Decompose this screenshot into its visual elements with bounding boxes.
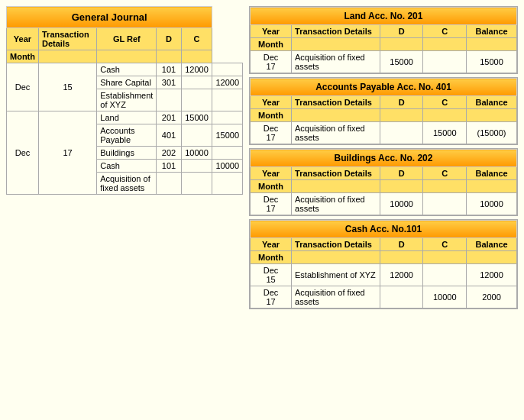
journal-d-3: 15000 <box>181 111 212 124</box>
ledger-3-d-0: 12000 <box>380 264 423 286</box>
ledger-1-col-1: Transaction Details <box>292 96 380 109</box>
ledger-2-details-0: Acquisition of fixed assets <box>292 193 380 215</box>
ledger-2-sub-2 <box>380 180 423 193</box>
ledger-0-col-2: D <box>380 25 423 38</box>
ledger-0-sub-0: Month <box>251 38 292 51</box>
journal-col-gl: GL Ref <box>97 28 157 50</box>
journal-d-1 <box>181 76 212 89</box>
journal-c-3 <box>212 111 243 124</box>
journal-year-dec17: Dec <box>7 111 39 195</box>
ledger-2-col-0: Year <box>251 167 292 180</box>
journal-col-c: C <box>181 28 212 50</box>
ledger-1-col-4: Balance <box>467 96 517 109</box>
journal-month-17: 17 <box>38 111 96 195</box>
journal-title: General Journal <box>7 7 212 28</box>
journal-year-dec15: Dec <box>7 63 39 111</box>
journal-col-year: Year <box>7 28 39 50</box>
ledger-3-ym-1: Dec17 <box>251 286 292 309</box>
journal-c-4: 15000 <box>212 124 243 147</box>
ledger-3: Cash Acc. No.101YearTransaction DetailsD… <box>249 219 518 309</box>
ledger-0-ym-0: Dec17 <box>251 51 292 73</box>
journal-details-2: Establishment of XYZ <box>97 89 157 111</box>
ledger-1-d-0 <box>380 122 423 144</box>
ledger-1-c-0: 15000 <box>423 122 467 144</box>
journal-d-4 <box>181 124 212 147</box>
ledger-0-sub-3 <box>423 38 467 51</box>
ledger-0-col-0: Year <box>251 25 292 38</box>
ledger-1-balance-0: (15000) <box>467 122 517 144</box>
journal-c-6: 10000 <box>212 160 243 173</box>
ledger-3-col-3: C <box>423 238 467 251</box>
journal-gl-3: 201 <box>157 111 181 124</box>
ledger-2-sub-1 <box>292 180 380 193</box>
journal-details-6: Cash <box>97 160 157 173</box>
journal-c-0 <box>212 63 243 76</box>
journal-d-6 <box>181 160 212 173</box>
ledger-3-d-1 <box>380 286 423 309</box>
ledger-0-details-0: Acquisition of fixed assets <box>292 51 380 73</box>
journal-details-0: Cash <box>97 63 157 76</box>
ledger-2-col-2: D <box>380 167 423 180</box>
ledger-2-ym-0: Dec17 <box>251 193 292 215</box>
ledger-1-sub-3 <box>423 109 467 122</box>
ledger-0-d-0: 15000 <box>380 51 423 73</box>
ledger-3-ym-0: Dec15 <box>251 264 292 286</box>
ledger-2-col-4: Balance <box>467 167 517 180</box>
ledger-1-col-3: C <box>423 96 467 109</box>
ledger-0-sub-2 <box>380 38 423 51</box>
ledger-0-col-4: Balance <box>467 25 517 38</box>
ledger-3-col-1: Transaction Details <box>292 238 380 251</box>
ledger-0-col-3: C <box>423 25 467 38</box>
journal-gl-5: 202 <box>157 147 181 160</box>
ledger-2-d-0: 10000 <box>380 193 423 215</box>
journal-col-month: Month <box>7 50 39 63</box>
ledger-1: Accounts Payable Acc. No. 401YearTransac… <box>249 77 518 145</box>
journal-d-0: 12000 <box>181 63 212 76</box>
ledger-3-balance-0: 12000 <box>467 264 517 286</box>
ledger-1-sub-2 <box>380 109 423 122</box>
journal-details-3: Land <box>97 111 157 124</box>
ledger-0-col-1: Transaction Details <box>292 25 380 38</box>
ledger-title-0: Land Acc. No. 201 <box>251 8 517 25</box>
ledger-2-sub-3 <box>423 180 467 193</box>
ledger-3-sub-0: Month <box>251 251 292 264</box>
ledger-3-col-0: Year <box>251 238 292 251</box>
ledger-2-sub-4 <box>467 180 517 193</box>
ledger-1-col-0: Year <box>251 96 292 109</box>
ledger-title-1: Accounts Payable Acc. No. 401 <box>251 79 517 96</box>
ledger-1-col-2: D <box>380 96 423 109</box>
ledger-3-details-0: Establishment of XYZ <box>292 264 380 286</box>
journal-month-15: 15 <box>38 63 96 111</box>
ledger-3-balance-1: 2000 <box>467 286 517 309</box>
journal-c-2 <box>212 89 243 111</box>
ledger-1-ym-0: Dec17 <box>251 122 292 144</box>
journal-gl-1: 301 <box>157 76 181 89</box>
journal-gl-7 <box>157 173 181 195</box>
ledger-0-sub-1 <box>292 38 380 51</box>
journal-details-7: Acquisition of fixed assets <box>97 173 157 195</box>
ledger-0-balance-0: 15000 <box>467 51 517 73</box>
ledger-title-2: Buildings Acc. No. 202 <box>251 150 517 167</box>
ledger-2-sub-0: Month <box>251 180 292 193</box>
journal-d-7 <box>181 173 212 195</box>
ledger-2-col-1: Transaction Details <box>292 167 380 180</box>
journal-col-details: Transaction Details <box>38 28 96 50</box>
ledger-0: Land Acc. No. 201YearTransaction Details… <box>249 6 518 74</box>
ledger-3-col-2: D <box>380 238 423 251</box>
journal-d-2 <box>181 89 212 111</box>
ledger-3-details-1: Acquisition of fixed assets <box>292 286 380 309</box>
ledger-3-c-1: 10000 <box>423 286 467 309</box>
ledger-1-sub-1 <box>292 109 380 122</box>
ledger-0-c-0 <box>423 51 467 73</box>
journal-gl-2 <box>157 89 181 111</box>
journal-gl-6: 101 <box>157 160 181 173</box>
ledger-2-balance-0: 10000 <box>467 193 517 215</box>
ledger-2-c-0 <box>423 193 467 215</box>
ledger-2: Buildings Acc. No. 202YearTransaction De… <box>249 148 518 216</box>
ledger-2-col-3: C <box>423 167 467 180</box>
ledgers-section: Land Acc. No. 201YearTransaction Details… <box>249 6 518 309</box>
ledger-1-details-0: Acquisition of fixed assets <box>292 122 380 144</box>
ledger-3-sub-1 <box>292 251 380 264</box>
journal-details-1: Share Capital <box>97 76 157 89</box>
ledger-title-3: Cash Acc. No.101 <box>251 221 517 238</box>
